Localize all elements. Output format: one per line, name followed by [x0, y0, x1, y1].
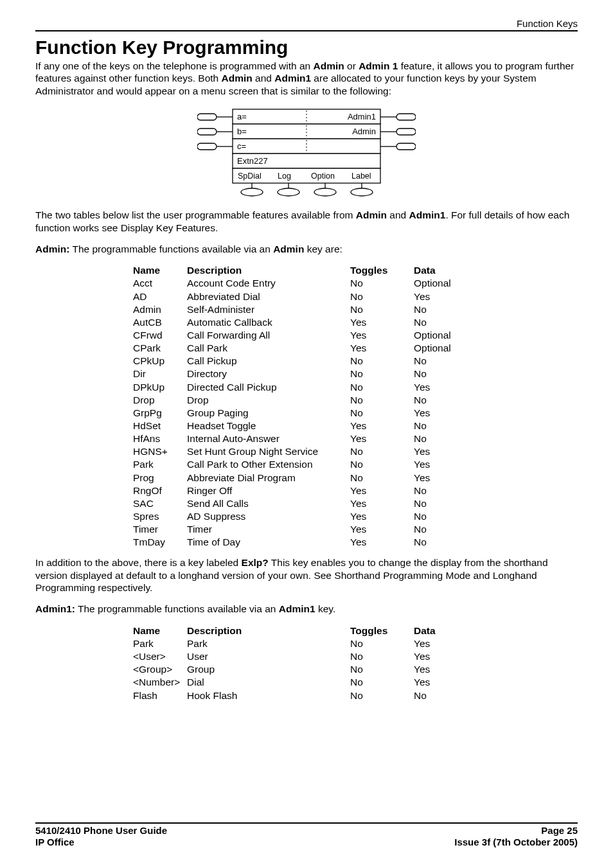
admin-table: Name Description Toggles Data AcctAccoun…: [132, 264, 460, 549]
cell: Drop: [132, 394, 186, 407]
footer-left-2: IP Office: [35, 837, 75, 849]
footer-left-1: 5410/2410 Phone User Guide: [35, 825, 167, 837]
cell: HfAns: [132, 432, 186, 445]
cell: No: [349, 637, 413, 650]
text: The two tables below list the user progr…: [35, 209, 356, 220]
cell: No: [349, 445, 413, 458]
table-row: ProgAbbreviate Dial ProgramNoYes: [132, 472, 460, 484]
cell: No: [413, 536, 460, 549]
cell: Yes: [413, 381, 460, 394]
cell: Optional: [413, 329, 460, 342]
cell: AD: [132, 290, 186, 303]
cell: No: [349, 663, 413, 676]
cell: No: [413, 497, 460, 510]
cell: Set Hunt Group Night Service: [186, 445, 349, 458]
cell: Hook Flash: [186, 689, 349, 702]
cell: No: [349, 355, 413, 368]
cell: No: [413, 394, 460, 407]
cell: Yes: [349, 536, 413, 549]
cell: Yes: [413, 637, 460, 650]
table-row: ParkCall Park to Other ExtensionNoYes: [132, 458, 460, 471]
cell: Directory: [186, 368, 349, 380]
page-title: Function Key Programming: [35, 37, 578, 58]
cell: Yes: [349, 432, 413, 445]
svg-point-15: [241, 188, 263, 196]
cell: Send All Calls: [186, 497, 349, 510]
th-desc: Description: [186, 624, 349, 637]
text-bold: Admin: [314, 60, 344, 71]
header-section: Function Keys: [35, 18, 578, 29]
table-row: <Number>DialNoYes: [132, 676, 460, 689]
cell: Yes: [349, 497, 413, 510]
diagram-row-b-right: Admin: [352, 127, 376, 136]
table-row: DropDropNoNo: [132, 394, 460, 407]
text-bold: Admin: [222, 73, 253, 84]
cell: Acct: [132, 277, 186, 290]
table-row: ParkParkNoYes: [132, 637, 460, 650]
text-bold: Admin 1: [359, 60, 398, 71]
cell: Yes: [413, 676, 460, 689]
cell: Flash: [132, 689, 186, 702]
table-row: DirDirectoryNoNo: [132, 368, 460, 380]
cell: No: [413, 510, 460, 523]
cell: CPark: [132, 342, 186, 355]
table-row: SpresAD SuppressYesNo: [132, 510, 460, 523]
cell: HdSet: [132, 420, 186, 432]
page-footer: 5410/2410 Phone User Guide Page 25 IP Of…: [35, 822, 578, 849]
th-toggles: Toggles: [349, 624, 413, 637]
diagram-row-c-left: c=: [237, 141, 246, 151]
table-row: CFrwdCall Forwarding AllYesOptional: [132, 329, 460, 342]
cell: Park: [132, 458, 186, 471]
th-name: Name: [132, 624, 186, 637]
table-row: HdSetHeadset ToggleYesNo: [132, 420, 460, 432]
cell: Drop: [186, 394, 349, 407]
th-data: Data: [413, 624, 460, 637]
footer-rule: [35, 822, 578, 824]
text-bold: Admin1: [279, 603, 315, 614]
cell: User: [186, 650, 349, 663]
cell: No: [349, 368, 413, 380]
cell: Spres: [132, 510, 186, 523]
cell: Headset Toggle: [186, 420, 349, 432]
cell: Admin: [132, 303, 186, 316]
text: In addition to the above, there is a key…: [35, 557, 242, 568]
table-row: <User>UserNoYes: [132, 650, 460, 663]
cell: Yes: [349, 329, 413, 342]
cell: Timer: [186, 523, 349, 536]
cell: No: [413, 432, 460, 445]
cell: Call Park: [186, 342, 349, 355]
text: or: [344, 60, 359, 71]
cell: Account Code Entry: [186, 277, 349, 290]
cell: Optional: [413, 342, 460, 355]
svg-point-17: [278, 188, 299, 196]
table-row: RngOfRinger OffYesNo: [132, 484, 460, 497]
diagram-extn: Extn227: [237, 156, 268, 166]
cell: Dir: [132, 368, 186, 380]
cell: Group: [186, 663, 349, 676]
text: The programmable functions available via…: [75, 603, 279, 614]
paragraph-2: The two tables below list the user progr…: [35, 209, 578, 234]
cell: Ringer Off: [186, 484, 349, 497]
cell: CFrwd: [132, 329, 186, 342]
cell: Park: [186, 637, 349, 650]
cell: Abbreviate Dial Program: [186, 472, 349, 484]
phone-screen-diagram: a= Admin1 b= Admin c= Extn227 SpDial Log…: [197, 106, 416, 202]
cell: No: [349, 303, 413, 316]
cell: Park: [132, 637, 186, 650]
cell: Yes: [349, 523, 413, 536]
cell: Optional: [413, 277, 460, 290]
cell: No: [349, 290, 413, 303]
table-row: HGNS+Set Hunt Group Night ServiceNoYes: [132, 445, 460, 458]
admin1-heading: Admin1: The programmable functions avail…: [35, 603, 578, 615]
svg-point-19: [314, 188, 336, 196]
cell: Dial: [186, 676, 349, 689]
cell: AutCB: [132, 316, 186, 329]
text: The programmable functions available via…: [69, 244, 273, 254]
cell: <Group>: [132, 663, 186, 676]
diagram-softkey-1: SpDial: [238, 172, 262, 181]
cell: Yes: [349, 342, 413, 355]
table-row: TmDayTime of DayYesNo: [132, 536, 460, 549]
table-row: DPkUpDirected Call PickupNoYes: [132, 381, 460, 394]
cell: Call Park to Other Extension: [186, 458, 349, 471]
diagram-row-b-left: b=: [237, 127, 247, 136]
